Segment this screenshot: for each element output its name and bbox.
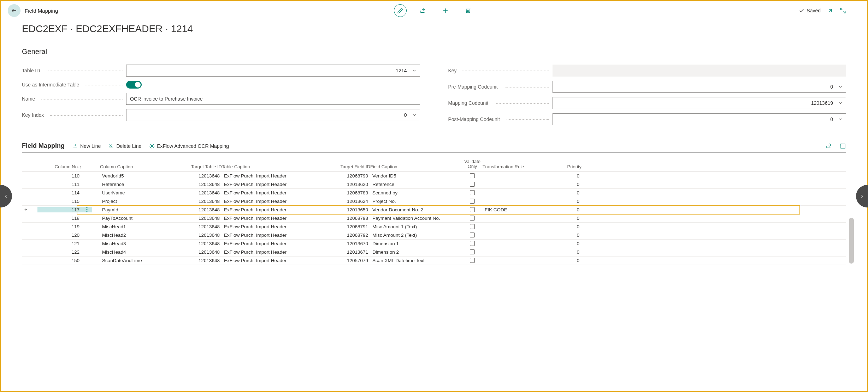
- cell-validate-only[interactable]: [462, 258, 483, 263]
- subpage-maximize-icon[interactable]: [840, 143, 846, 149]
- cell-column-caption[interactable]: MiscHead1: [100, 224, 183, 229]
- cell-field-caption[interactable]: Dimension 2: [370, 249, 462, 255]
- delete-button[interactable]: [462, 4, 474, 17]
- cell-table-caption[interactable]: ExFlow Purch. Import Header: [222, 173, 324, 179]
- cell-target-table[interactable]: 12013648: [183, 224, 222, 229]
- cell-field-caption[interactable]: Project No.: [370, 199, 462, 204]
- cell-field-caption[interactable]: Payment Validation Account No.: [370, 216, 462, 221]
- cell-field-caption[interactable]: Misc Amount 2 (Text): [370, 233, 462, 238]
- row-menu-button[interactable]: [82, 207, 92, 212]
- cell-column-no[interactable]: 119: [37, 224, 82, 229]
- cell-table-caption[interactable]: ExFlow Purch. Import Header: [222, 233, 324, 238]
- cell-column-caption[interactable]: MiscHead4: [100, 249, 183, 255]
- cell-column-caption[interactable]: MiscHead3: [100, 241, 183, 246]
- cell-column-no[interactable]: 121: [37, 241, 82, 246]
- table-row[interactable]: 119MiscHead112013648ExFlow Purch. Import…: [22, 223, 846, 231]
- cell-column-caption[interactable]: ScanDateAndTime: [100, 258, 183, 263]
- post-mapping-field[interactable]: 0: [553, 113, 846, 125]
- cell-validate-only[interactable]: [462, 216, 483, 221]
- cell-field-caption[interactable]: Scanned by: [370, 190, 462, 195]
- cell-field-caption[interactable]: Vendor ID5: [370, 173, 462, 179]
- mapping-field[interactable]: 12013619: [553, 97, 846, 109]
- popout-icon[interactable]: [827, 7, 833, 14]
- table-row[interactable]: 120MiscHead212013648ExFlow Purch. Import…: [22, 231, 846, 240]
- cell-column-no[interactable]: 120: [37, 233, 82, 238]
- cell-table-caption[interactable]: ExFlow Purch. Import Header: [222, 207, 324, 212]
- table-row[interactable]: 118PayToAccount12013648ExFlow Purch. Imp…: [22, 214, 846, 223]
- cell-target-field[interactable]: 12068792: [324, 233, 370, 238]
- cell-target-table[interactable]: 12013648: [183, 258, 222, 263]
- table-row[interactable]: 122MiscHead412013648ExFlow Purch. Import…: [22, 248, 846, 257]
- cell-table-caption[interactable]: ExFlow Purch. Import Header: [222, 190, 324, 195]
- cell-column-no[interactable]: 114: [37, 190, 82, 195]
- table-row[interactable]: 110VendorId512013648ExFlow Purch. Import…: [22, 172, 846, 180]
- cell-target-table[interactable]: 12013648: [183, 199, 222, 204]
- cell-table-caption[interactable]: ExFlow Purch. Import Header: [222, 258, 324, 263]
- cell-validate-only[interactable]: [462, 182, 483, 187]
- table-row[interactable]: 115Project12013648ExFlow Purch. Import H…: [22, 197, 846, 206]
- cell-column-caption[interactable]: VendorId5: [100, 173, 183, 179]
- col-header-transformation[interactable]: Transformation Rule: [483, 164, 546, 169]
- cell-validate-only[interactable]: [462, 249, 483, 254]
- cell-table-caption[interactable]: ExFlow Purch. Import Header: [222, 241, 324, 246]
- share-button[interactable]: [417, 4, 429, 17]
- table-row[interactable]: 111Reference12013648ExFlow Purch. Import…: [22, 180, 846, 189]
- cell-priority[interactable]: 0: [546, 258, 581, 263]
- col-header-field-caption[interactable]: Field Caption: [370, 164, 462, 169]
- cell-column-caption[interactable]: Project: [100, 199, 183, 204]
- cell-target-field[interactable]: 12057079: [324, 258, 370, 263]
- cell-validate-only[interactable]: [462, 233, 483, 237]
- cell-priority[interactable]: 0: [546, 190, 581, 195]
- cell-priority[interactable]: 0: [546, 207, 581, 212]
- cell-column-no[interactable]: 110: [37, 173, 82, 179]
- cell-target-table[interactable]: 12013648: [183, 241, 222, 246]
- new-button[interactable]: [439, 4, 452, 17]
- cell-priority[interactable]: 0: [546, 224, 581, 229]
- cell-validate-only[interactable]: [462, 241, 483, 246]
- table-row[interactable]: 121MiscHead312013648ExFlow Purch. Import…: [22, 240, 846, 248]
- cell-column-no[interactable]: 111: [37, 182, 82, 187]
- use-intermediate-toggle[interactable]: [126, 81, 142, 89]
- cell-target-field[interactable]: 12013670: [324, 241, 370, 246]
- cell-target-field[interactable]: 12013620: [324, 182, 370, 187]
- cell-target-field[interactable]: 12068791: [324, 224, 370, 229]
- cell-priority[interactable]: 0: [546, 233, 581, 238]
- cell-target-field[interactable]: 12013624: [324, 199, 370, 204]
- cell-column-caption[interactable]: MiscHead2: [100, 233, 183, 238]
- cell-priority[interactable]: 0: [546, 199, 581, 204]
- cell-column-caption[interactable]: PaymId: [100, 207, 183, 212]
- cell-priority[interactable]: 0: [546, 216, 581, 221]
- col-header-target-table[interactable]: Target Table ID: [183, 164, 222, 169]
- collapse-icon[interactable]: [840, 7, 846, 14]
- advanced-ocr-button[interactable]: ExFlow Advanced OCR Mapping: [149, 143, 229, 149]
- cell-table-caption[interactable]: ExFlow Purch. Import Header: [222, 224, 324, 229]
- cell-column-no[interactable]: 115: [37, 199, 82, 204]
- cell-field-caption[interactable]: Misc Amount 1 (Text): [370, 224, 462, 229]
- cell-column-no[interactable]: 117: [37, 207, 82, 212]
- cell-column-no[interactable]: 122: [37, 249, 82, 255]
- cell-validate-only[interactable]: [462, 207, 483, 212]
- cell-priority[interactable]: 0: [546, 249, 581, 255]
- cell-table-caption[interactable]: ExFlow Purch. Import Header: [222, 182, 324, 187]
- cell-target-table[interactable]: 12013648: [183, 190, 222, 195]
- cell-field-caption[interactable]: Scan XML Datetime Text: [370, 258, 462, 263]
- subpage-share-icon[interactable]: [826, 143, 832, 149]
- col-header-column-caption[interactable]: Column Caption: [100, 164, 183, 169]
- cell-field-caption[interactable]: Reference: [370, 182, 462, 187]
- cell-target-table[interactable]: 12013648: [183, 173, 222, 179]
- col-header-priority[interactable]: Priority: [546, 164, 581, 169]
- col-header-target-field[interactable]: Target Field ID: [324, 164, 370, 169]
- cell-transformation-rule[interactable]: FIK CODE: [483, 207, 546, 212]
- cell-target-field[interactable]: 12068783: [324, 190, 370, 195]
- table-id-field[interactable]: 1214: [126, 65, 420, 77]
- cell-target-table[interactable]: 12013648: [183, 233, 222, 238]
- cell-priority[interactable]: 0: [546, 182, 581, 187]
- cell-table-caption[interactable]: ExFlow Purch. Import Header: [222, 216, 324, 221]
- cell-target-field[interactable]: 12068798: [324, 216, 370, 221]
- cell-target-table[interactable]: 12013648: [183, 249, 222, 255]
- cell-validate-only[interactable]: [462, 199, 483, 204]
- cell-validate-only[interactable]: [462, 190, 483, 195]
- cell-column-caption[interactable]: PayToAccount: [100, 216, 183, 221]
- cell-field-caption[interactable]: Vendor Document No. 2: [370, 207, 462, 212]
- col-header-column-no[interactable]: Column No.↑: [37, 164, 82, 169]
